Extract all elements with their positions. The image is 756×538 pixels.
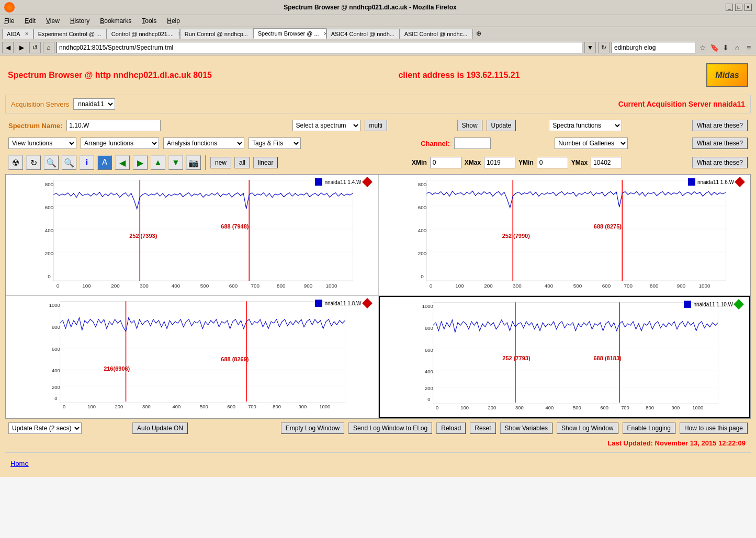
menu-icon[interactable]: ≡	[743, 42, 754, 53]
xmax-input[interactable]	[484, 157, 515, 168]
select-spectrum-dropdown[interactable]: Select a spectrum	[292, 120, 360, 131]
maximize-button[interactable]: □	[735, 4, 742, 11]
tab-asic4[interactable]: ASIC4 Control @ nndh... ✕	[326, 29, 400, 39]
empty-log-button[interactable]: Empty Log Window	[281, 422, 344, 434]
all-button[interactable]: all	[234, 157, 250, 168]
arrow-up-icon[interactable]: ▲	[151, 155, 165, 170]
annotation-4a: 252 (7793)	[502, 355, 530, 361]
menu-bar: File Edit View History Bookmarks Tools H…	[0, 15, 756, 27]
legend-color-4	[684, 301, 691, 308]
window-controls[interactable]: _ □ ✕	[726, 4, 752, 11]
acquisition-server-select[interactable]: nnaida11	[73, 98, 115, 110]
menu-file[interactable]: File	[2, 16, 16, 26]
chart-svg-2: 8000 6000 4000 2000 0 0 100 200 300 400 …	[381, 177, 748, 292]
tab-control[interactable]: Control @ nndhcp021.... ✕	[107, 29, 180, 39]
view-functions-dropdown[interactable]: View functions	[8, 138, 76, 149]
menu-bookmarks[interactable]: Bookmarks	[98, 16, 133, 26]
what-are-these-button-3[interactable]: What are these?	[692, 157, 748, 168]
toolbar-separator	[205, 155, 206, 170]
arrow-right-icon[interactable]: ▶	[133, 155, 148, 170]
refresh-icon[interactable]: ↻	[26, 155, 41, 170]
back-button[interactable]: ◀	[2, 42, 14, 53]
enable-logging-button[interactable]: Enable Logging	[623, 422, 675, 434]
footer-bar: Update Rate (2 secs) Auto Update ON Empt…	[5, 419, 751, 437]
spectra-functions-dropdown[interactable]: Spectra functions	[549, 120, 622, 131]
show-variables-button[interactable]: Show Variables	[500, 422, 553, 434]
radiation-icon[interactable]: ☢	[8, 155, 23, 170]
channel-input[interactable]	[454, 138, 491, 149]
what-are-these-button-1[interactable]: What are these?	[692, 120, 748, 131]
ymin-input[interactable]	[537, 157, 568, 168]
annotation-1b: 688 (7948)	[221, 223, 249, 230]
menu-view[interactable]: View	[44, 16, 62, 26]
show-log-button[interactable]: Show Log Window	[557, 422, 618, 434]
arrange-functions-dropdown[interactable]: Arrange functions	[81, 138, 159, 149]
how-to-use-button[interactable]: How to use this page	[680, 422, 748, 434]
tab-aida-close[interactable]: ✕	[25, 31, 29, 37]
menu-edit[interactable]: Edit	[22, 16, 38, 26]
diamond-2	[735, 177, 745, 187]
reload-nav-button[interactable]: ↺	[29, 42, 41, 53]
info-icon[interactable]: i	[80, 155, 94, 170]
dropdown-button[interactable]: ▼	[584, 42, 596, 53]
svg-text:900: 900	[304, 283, 313, 289]
action-icon[interactable]: A	[97, 155, 112, 170]
arrow-down-icon[interactable]: ▼	[168, 155, 183, 170]
camera-icon[interactable]: 📷	[186, 155, 201, 170]
chart-svg-3: 10000 8000 6000 4000 2000 0 0 100 200 30…	[8, 299, 375, 414]
tab-asic-label: ASIC Control @ nndhc...	[404, 31, 468, 37]
spectrum-name-input[interactable]	[66, 120, 161, 131]
multi-button[interactable]: multi	[365, 120, 387, 131]
what-are-these-button-2[interactable]: What are these?	[692, 138, 748, 149]
bookmark-icon[interactable]: 🔖	[709, 42, 719, 53]
update-rate-dropdown[interactable]: Update Rate (2 secs)	[8, 422, 82, 434]
svg-text:500: 500	[572, 405, 581, 410]
menu-history[interactable]: History	[68, 16, 92, 26]
svg-text:300: 300	[515, 405, 523, 410]
refresh-button[interactable]: ↻	[598, 42, 610, 53]
show-button[interactable]: Show	[457, 120, 482, 131]
ymax-input[interactable]	[591, 157, 622, 168]
tab-run-control[interactable]: Run Control @ nndhcp... ✕	[180, 29, 253, 39]
url-input[interactable]	[57, 42, 582, 53]
ymax-label: YMax	[571, 159, 588, 166]
zoom-in-icon[interactable]: 🔍	[44, 155, 59, 170]
update-button[interactable]: Update	[487, 120, 516, 131]
tab-aida[interactable]: AIDA ✕	[2, 29, 33, 39]
tab-spectrum-browser[interactable]: Spectrum Browser @ ... ✕	[253, 28, 326, 39]
menu-tools[interactable]: Tools	[140, 16, 159, 26]
close-button[interactable]: ✕	[744, 4, 752, 11]
home-nav-button[interactable]: ⌂	[43, 42, 54, 53]
forward-button[interactable]: ▶	[16, 42, 27, 53]
menu-help[interactable]: Help	[165, 16, 182, 26]
reset-button[interactable]: Reset	[470, 422, 495, 434]
home-link[interactable]: Home	[10, 460, 29, 467]
site-title: Spectrum Browser @ http nndhcp021.dl.ac.…	[8, 71, 212, 80]
home-icon[interactable]: ⌂	[732, 42, 742, 53]
tab-add-button[interactable]: ⊕	[473, 28, 484, 39]
tab-asic[interactable]: ASIC Control @ nndhc... ✕	[400, 29, 473, 39]
zoom-out-icon[interactable]: 🔍	[62, 155, 76, 170]
send-log-button[interactable]: Send Log Window to ELog	[348, 422, 432, 434]
svg-text:0: 0	[63, 404, 65, 409]
tab-experiment-control[interactable]: Experiment Control @ ... ✕	[33, 29, 107, 39]
arrow-left-icon[interactable]: ◀	[115, 155, 130, 170]
search-input[interactable]	[612, 42, 695, 53]
svg-rect-61	[60, 301, 345, 403]
number-galleries-dropdown[interactable]: Number of Galleries	[555, 138, 628, 149]
reload-button[interactable]: Reload	[436, 422, 466, 434]
new-button[interactable]: new	[210, 157, 231, 168]
linear-button[interactable]: linear	[253, 157, 278, 168]
tags-fits-dropdown[interactable]: Tags & Fits	[249, 138, 301, 149]
xmin-input[interactable]	[430, 157, 461, 168]
minimize-button[interactable]: _	[726, 4, 733, 11]
auto-update-button[interactable]: Auto Update ON	[132, 422, 188, 434]
svg-text:0: 0	[54, 395, 57, 401]
svg-text:0: 0	[421, 273, 424, 279]
download-icon[interactable]: ⬇	[720, 42, 731, 53]
analysis-functions-dropdown[interactable]: Analysis functions	[163, 138, 244, 149]
chart-svg-4: 10000 8000 6000 4000 2000 0 0 100 200 30…	[382, 300, 747, 415]
bookmark-star-icon[interactable]: ☆	[697, 42, 708, 53]
page-content: Spectrum Browser @ http nndhcp021.dl.ac.…	[0, 55, 756, 477]
chart-container-4: nnaida11 1.10.W 252 (7793) 688 (8183) 10…	[382, 300, 747, 415]
